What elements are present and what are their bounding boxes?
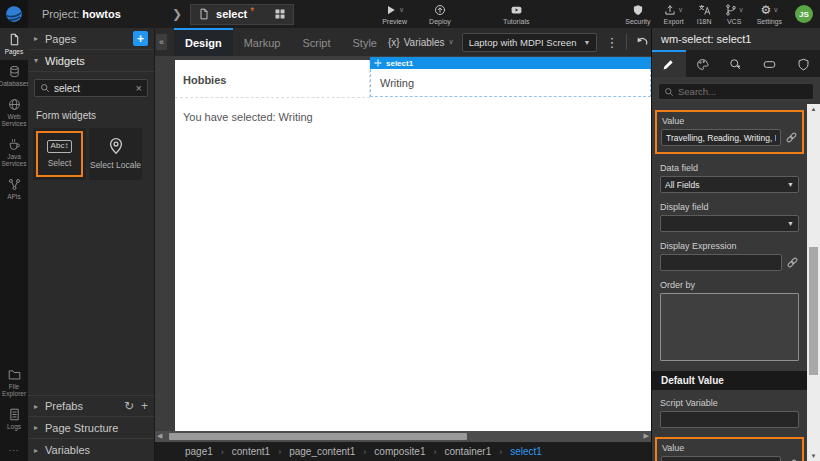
- wavemaker-logo[interactable]: [0, 0, 28, 28]
- scroll-down-icon[interactable]: ▼: [807, 453, 820, 459]
- grid-view-icon[interactable]: [274, 8, 286, 20]
- rail-item-pages[interactable]: Pages: [0, 28, 28, 60]
- tab-script[interactable]: Script: [291, 28, 341, 56]
- variables-label: Variables: [404, 37, 445, 48]
- horizontal-scrollbar[interactable]: ◀ ▶: [155, 431, 651, 442]
- tutorials-button[interactable]: Tutorials: [503, 4, 530, 25]
- api-icon: [8, 178, 21, 191]
- page-canvas[interactable]: Hobbies select1 Writing You have selecte…: [175, 60, 651, 431]
- breadcrumb-page1[interactable]: page1: [185, 446, 213, 457]
- data-field-select[interactable]: All Fields ▼: [660, 176, 799, 193]
- variables-dropdown[interactable]: {x} Variables ∨: [388, 37, 454, 48]
- rail-more-button[interactable]: ...: [0, 435, 28, 461]
- value-input[interactable]: [661, 129, 781, 146]
- prefabs-section-label: Prefabs: [45, 400, 83, 412]
- vertical-scrollbar[interactable]: ▲ ▼: [807, 104, 820, 461]
- breadcrumb-page-content1[interactable]: page_content1: [289, 446, 355, 457]
- variables-section-header[interactable]: ▸ Variables: [28, 439, 154, 461]
- tab-security[interactable]: [786, 50, 820, 77]
- rail-label: Java Services: [1, 153, 27, 168]
- export-button[interactable]: ∨ Export: [664, 4, 684, 25]
- scroll-right-icon[interactable]: ▶: [644, 432, 649, 440]
- scroll-left-icon[interactable]: ◀: [157, 432, 162, 440]
- bind-link-icon[interactable]: [785, 131, 798, 144]
- rail-item-logs[interactable]: Logs: [0, 403, 28, 435]
- vcs-label: VCS: [727, 18, 741, 25]
- add-prefab-icon[interactable]: +: [141, 399, 148, 413]
- horizontal-scroll-thumb[interactable]: [169, 433, 467, 440]
- page-tab-select[interactable]: select *: [190, 4, 294, 25]
- display-expression-field: Display Expression: [660, 241, 799, 271]
- more-options-icon[interactable]: ⋮: [605, 35, 618, 50]
- pages-icon: [8, 33, 21, 46]
- rail-item-apis[interactable]: APIs: [0, 173, 28, 205]
- page-structure-section-header[interactable]: ▸ Page Structure: [28, 417, 154, 439]
- properties-search-input[interactable]: [678, 86, 808, 97]
- location-pin-icon: [107, 137, 125, 155]
- widgets-section-label: Widgets: [45, 55, 85, 67]
- add-page-button[interactable]: +: [133, 31, 148, 46]
- breadcrumb-select1[interactable]: select1: [510, 446, 542, 457]
- tutorials-icon: [510, 4, 523, 16]
- bind-link-icon[interactable]: [786, 256, 799, 269]
- triangle-right-icon: ▸: [34, 446, 45, 455]
- rail-item-java-services[interactable]: Java Services: [0, 133, 28, 173]
- pages-section-header[interactable]: ▸ Pages +: [28, 28, 154, 50]
- deploy-button[interactable]: Deploy: [429, 4, 451, 25]
- rail-item-web-services[interactable]: Web Services: [0, 93, 28, 133]
- default-value-input[interactable]: [661, 456, 781, 461]
- widget-tile-select-locale[interactable]: Select Locale: [89, 128, 142, 180]
- center-region: « Design Markup Script Style {x} Variabl…: [155, 28, 651, 461]
- security-button[interactable]: Security: [625, 4, 650, 25]
- breadcrumb-container1[interactable]: container1: [445, 446, 492, 457]
- hobbies-label[interactable]: Hobbies: [175, 60, 370, 98]
- device-select[interactable]: Laptop with MDPI Screen ▼: [462, 33, 598, 52]
- coffee-cup-icon: [8, 138, 21, 151]
- rail-label: Pages: [5, 48, 23, 55]
- scroll-up-icon[interactable]: ▲: [807, 106, 820, 112]
- tab-dialogs[interactable]: [753, 50, 787, 77]
- undo-icon[interactable]: [635, 35, 649, 49]
- rail-item-file-explorer[interactable]: File Explorer: [0, 363, 28, 403]
- settings-button[interactable]: ⚙∨ Settings: [757, 4, 782, 25]
- order-by-box[interactable]: [660, 293, 799, 361]
- i18n-button[interactable]: I18N: [697, 4, 712, 25]
- logs-icon: [8, 408, 21, 421]
- select1-dropdown[interactable]: Writing: [370, 69, 651, 97]
- shield-outline-icon: [797, 58, 810, 71]
- widget-search-input[interactable]: [54, 83, 132, 94]
- editor-toolbar: « Design Markup Script Style {x} Variabl…: [155, 28, 651, 56]
- select1-widget-header[interactable]: select1: [370, 57, 651, 69]
- refresh-icon[interactable]: ↻: [124, 399, 134, 413]
- tab-style[interactable]: Style: [342, 28, 388, 56]
- chevron-down-icon: ∨: [773, 6, 778, 13]
- field-label: Display field: [660, 202, 799, 212]
- vertical-scroll-thumb[interactable]: [809, 247, 818, 376]
- rail-item-databases[interactable]: Databases: [0, 60, 28, 92]
- export-icon: [664, 4, 676, 16]
- user-avatar[interactable]: JS: [795, 5, 813, 23]
- clear-search-icon[interactable]: ×: [136, 82, 142, 94]
- collapse-left-panel-button[interactable]: «: [156, 34, 167, 50]
- search-icon: [664, 87, 674, 97]
- tab-markup[interactable]: Markup: [233, 28, 292, 56]
- display-field-select[interactable]: ▼: [660, 215, 799, 232]
- widget-tile-select[interactable]: Abc↕ Select: [33, 128, 86, 180]
- preview-button[interactable]: ∨ Preview: [382, 4, 407, 25]
- triangle-right-icon: ▸: [34, 423, 45, 432]
- tab-properties[interactable]: [652, 50, 686, 77]
- vcs-button[interactable]: ∨ VCS: [725, 4, 744, 25]
- breadcrumb-content1[interactable]: content1: [232, 446, 270, 457]
- widgets-section-header[interactable]: ▾ Widgets: [28, 50, 154, 72]
- tab-inspect[interactable]: [719, 50, 753, 77]
- breadcrumb-composite1[interactable]: composite1: [374, 446, 425, 457]
- tab-design[interactable]: Design: [174, 28, 233, 56]
- gear-icon: ⚙: [760, 4, 771, 16]
- design-canvas[interactable]: Hobbies select1 Writing You have selecte…: [155, 56, 651, 431]
- script-variable-input[interactable]: [660, 411, 799, 428]
- prefabs-section-header[interactable]: ▸ Prefabs ↻+: [28, 395, 154, 417]
- pencil-icon: [662, 58, 675, 71]
- display-expression-input[interactable]: [660, 254, 782, 271]
- select1-widget[interactable]: select1 Writing: [370, 57, 651, 98]
- tab-styles[interactable]: [686, 50, 720, 77]
